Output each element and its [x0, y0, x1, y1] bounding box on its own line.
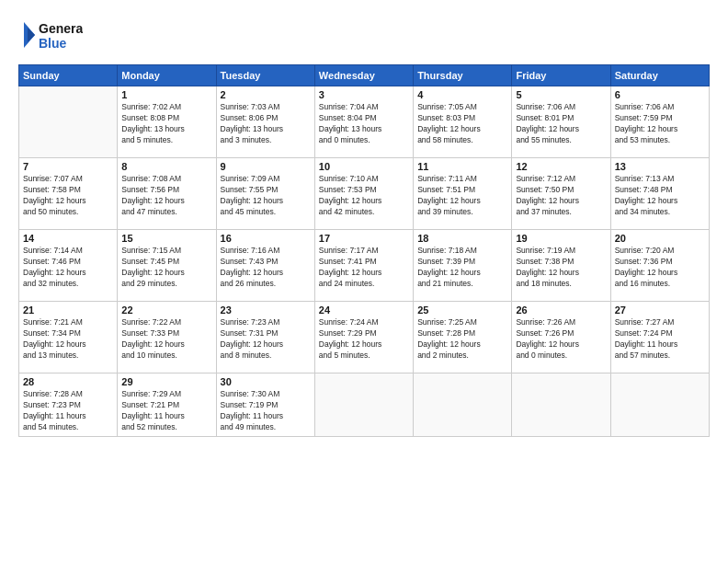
day-info: Sunrise: 7:12 AM Sunset: 7:50 PM Dayligh…	[516, 174, 606, 218]
calendar-cell	[512, 373, 610, 437]
day-number: 28	[23, 376, 113, 387]
day-number: 22	[121, 304, 211, 316]
week-row-4: 28Sunrise: 7:28 AM Sunset: 7:23 PM Dayli…	[19, 373, 710, 437]
week-row-3: 21Sunrise: 7:21 AM Sunset: 7:34 PM Dayli…	[19, 302, 710, 373]
day-info: Sunrise: 7:30 AM Sunset: 7:19 PM Dayligh…	[221, 389, 311, 433]
svg-marker-1	[28, 28, 35, 42]
day-info: Sunrise: 7:18 AM Sunset: 7:39 PM Dayligh…	[417, 246, 507, 290]
day-number: 21	[23, 304, 113, 316]
calendar-cell: 22Sunrise: 7:22 AM Sunset: 7:33 PM Dayli…	[118, 302, 216, 373]
day-info: Sunrise: 7:15 AM Sunset: 7:45 PM Dayligh…	[121, 246, 211, 290]
calendar-cell: 2Sunrise: 7:03 AM Sunset: 8:06 PM Daylig…	[216, 86, 314, 158]
calendar-cell: 1Sunrise: 7:02 AM Sunset: 8:08 PM Daylig…	[118, 86, 216, 158]
day-number: 19	[516, 233, 606, 244]
day-info: Sunrise: 7:03 AM Sunset: 8:06 PM Dayligh…	[221, 102, 311, 146]
day-info: Sunrise: 7:10 AM Sunset: 7:53 PM Dayligh…	[319, 174, 409, 218]
day-number: 20	[615, 233, 705, 244]
day-number: 8	[121, 161, 211, 172]
day-number: 6	[615, 89, 705, 100]
calendar-cell: 23Sunrise: 7:23 AM Sunset: 7:31 PM Dayli…	[216, 302, 314, 373]
logo-icon: GeneralBlue	[18, 17, 83, 55]
day-number: 4	[417, 89, 507, 100]
day-number: 15	[121, 233, 211, 244]
weekday-header-monday: Monday	[118, 65, 216, 86]
day-number: 25	[417, 304, 507, 316]
day-info: Sunrise: 7:14 AM Sunset: 7:46 PM Dayligh…	[23, 246, 113, 290]
day-info: Sunrise: 7:29 AM Sunset: 7:21 PM Dayligh…	[121, 389, 211, 433]
day-number: 27	[615, 304, 705, 316]
calendar-cell: 24Sunrise: 7:24 AM Sunset: 7:29 PM Dayli…	[314, 302, 413, 373]
day-info: Sunrise: 7:16 AM Sunset: 7:43 PM Dayligh…	[221, 246, 311, 290]
week-row-0: 1Sunrise: 7:02 AM Sunset: 8:08 PM Daylig…	[19, 86, 710, 158]
calendar-cell: 25Sunrise: 7:25 AM Sunset: 7:28 PM Dayli…	[414, 302, 512, 373]
calendar-cell: 29Sunrise: 7:29 AM Sunset: 7:21 PM Dayli…	[118, 373, 216, 437]
day-number: 23	[221, 304, 311, 316]
header: GeneralBlue	[18, 17, 710, 55]
calendar-cell: 3Sunrise: 7:04 AM Sunset: 8:04 PM Daylig…	[314, 86, 413, 158]
day-info: Sunrise: 7:25 AM Sunset: 7:28 PM Dayligh…	[417, 317, 507, 362]
day-info: Sunrise: 7:07 AM Sunset: 7:58 PM Dayligh…	[23, 174, 113, 218]
calendar-cell: 16Sunrise: 7:16 AM Sunset: 7:43 PM Dayli…	[216, 230, 314, 302]
svg-text:Blue: Blue	[39, 36, 67, 51]
calendar-cell	[414, 373, 512, 437]
day-info: Sunrise: 7:11 AM Sunset: 7:51 PM Dayligh…	[417, 174, 507, 218]
calendar-cell: 21Sunrise: 7:21 AM Sunset: 7:34 PM Dayli…	[19, 302, 118, 373]
calendar-cell: 20Sunrise: 7:20 AM Sunset: 7:36 PM Dayli…	[610, 230, 709, 302]
day-number: 12	[516, 161, 606, 172]
day-number: 17	[319, 233, 409, 244]
day-info: Sunrise: 7:17 AM Sunset: 7:41 PM Dayligh…	[319, 246, 409, 290]
svg-text:General: General	[39, 21, 83, 36]
weekday-header-row: SundayMondayTuesdayWednesdayThursdayFrid…	[19, 65, 710, 86]
day-number: 3	[319, 89, 409, 100]
day-number: 11	[417, 161, 507, 172]
day-info: Sunrise: 7:04 AM Sunset: 8:04 PM Dayligh…	[319, 102, 409, 146]
calendar-cell: 28Sunrise: 7:28 AM Sunset: 7:23 PM Dayli…	[19, 373, 118, 437]
day-info: Sunrise: 7:08 AM Sunset: 7:56 PM Dayligh…	[121, 174, 211, 218]
calendar-cell: 27Sunrise: 7:27 AM Sunset: 7:24 PM Dayli…	[610, 302, 709, 373]
day-number: 1	[121, 89, 211, 100]
day-number: 26	[516, 304, 606, 316]
day-number: 5	[516, 89, 606, 100]
calendar: SundayMondayTuesdayWednesdayThursdayFrid…	[18, 64, 710, 437]
calendar-cell: 14Sunrise: 7:14 AM Sunset: 7:46 PM Dayli…	[19, 230, 118, 302]
calendar-cell: 8Sunrise: 7:08 AM Sunset: 7:56 PM Daylig…	[118, 158, 216, 230]
day-number: 29	[121, 376, 211, 387]
day-number: 9	[221, 161, 311, 172]
calendar-cell: 5Sunrise: 7:06 AM Sunset: 8:01 PM Daylig…	[512, 86, 610, 158]
calendar-cell: 18Sunrise: 7:18 AM Sunset: 7:39 PM Dayli…	[414, 230, 512, 302]
calendar-cell: 30Sunrise: 7:30 AM Sunset: 7:19 PM Dayli…	[216, 373, 314, 437]
day-info: Sunrise: 7:20 AM Sunset: 7:36 PM Dayligh…	[615, 246, 705, 290]
week-row-2: 14Sunrise: 7:14 AM Sunset: 7:46 PM Dayli…	[19, 230, 710, 302]
calendar-cell: 12Sunrise: 7:12 AM Sunset: 7:50 PM Dayli…	[512, 158, 610, 230]
day-info: Sunrise: 7:23 AM Sunset: 7:31 PM Dayligh…	[221, 317, 311, 362]
calendar-cell: 10Sunrise: 7:10 AM Sunset: 7:53 PM Dayli…	[314, 158, 413, 230]
day-number: 14	[23, 233, 113, 244]
day-info: Sunrise: 7:21 AM Sunset: 7:34 PM Dayligh…	[23, 317, 113, 362]
day-number: 13	[615, 161, 705, 172]
day-info: Sunrise: 7:24 AM Sunset: 7:29 PM Dayligh…	[319, 317, 409, 362]
day-info: Sunrise: 7:06 AM Sunset: 7:59 PM Dayligh…	[615, 102, 705, 146]
weekday-header-saturday: Saturday	[610, 65, 709, 86]
day-number: 16	[221, 233, 311, 244]
calendar-cell	[610, 373, 709, 437]
day-info: Sunrise: 7:02 AM Sunset: 8:08 PM Dayligh…	[121, 102, 211, 146]
calendar-cell	[314, 373, 413, 437]
calendar-cell	[19, 86, 118, 158]
weekday-header-thursday: Thursday	[414, 65, 512, 86]
calendar-cell: 15Sunrise: 7:15 AM Sunset: 7:45 PM Dayli…	[118, 230, 216, 302]
weekday-header-wednesday: Wednesday	[314, 65, 413, 86]
day-number: 24	[319, 304, 409, 316]
day-number: 2	[221, 89, 311, 100]
weekday-header-tuesday: Tuesday	[216, 65, 314, 86]
calendar-cell: 13Sunrise: 7:13 AM Sunset: 7:48 PM Dayli…	[610, 158, 709, 230]
calendar-cell: 6Sunrise: 7:06 AM Sunset: 7:59 PM Daylig…	[610, 86, 709, 158]
weekday-header-sunday: Sunday	[19, 65, 118, 86]
day-info: Sunrise: 7:22 AM Sunset: 7:33 PM Dayligh…	[121, 317, 211, 362]
day-info: Sunrise: 7:09 AM Sunset: 7:55 PM Dayligh…	[221, 174, 311, 218]
calendar-cell: 9Sunrise: 7:09 AM Sunset: 7:55 PM Daylig…	[216, 158, 314, 230]
weekday-header-friday: Friday	[512, 65, 610, 86]
day-number: 10	[319, 161, 409, 172]
day-info: Sunrise: 7:26 AM Sunset: 7:26 PM Dayligh…	[516, 317, 606, 362]
day-info: Sunrise: 7:05 AM Sunset: 8:03 PM Dayligh…	[417, 102, 507, 146]
day-info: Sunrise: 7:13 AM Sunset: 7:48 PM Dayligh…	[615, 174, 705, 218]
